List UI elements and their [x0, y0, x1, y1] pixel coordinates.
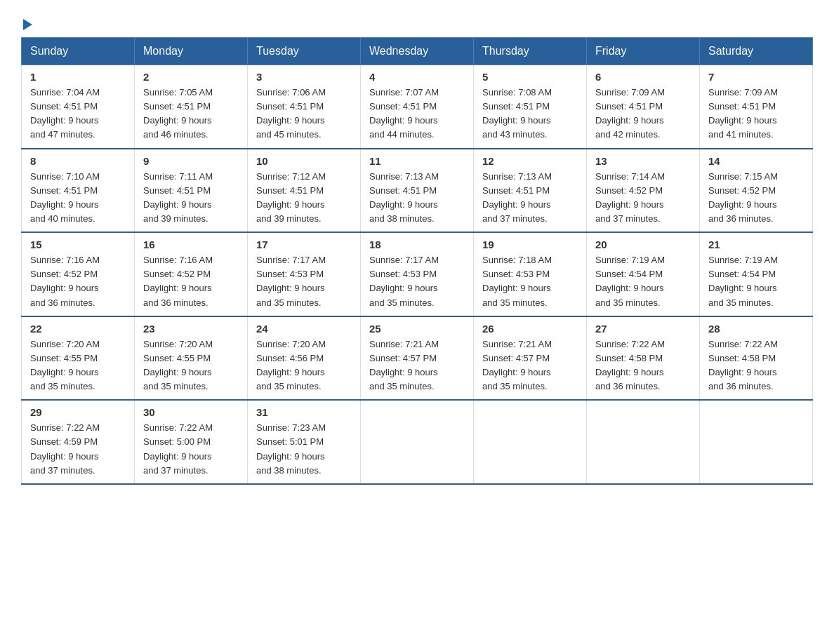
- calendar-day-cell: [474, 400, 587, 484]
- day-info: Sunrise: 7:08 AM Sunset: 4:51 PM Dayligh…: [482, 87, 552, 140]
- calendar-day-cell: 26 Sunrise: 7:21 AM Sunset: 4:57 PM Dayl…: [474, 316, 587, 401]
- day-number: 12: [482, 155, 578, 167]
- calendar-day-cell: 23 Sunrise: 7:20 AM Sunset: 4:55 PM Dayl…: [135, 316, 248, 401]
- day-number: 22: [30, 323, 126, 335]
- calendar-day-cell: 28 Sunrise: 7:22 AM Sunset: 4:58 PM Dayl…: [700, 316, 813, 401]
- calendar-day-cell: [700, 400, 813, 484]
- day-info: Sunrise: 7:20 AM Sunset: 4:55 PM Dayligh…: [143, 339, 213, 391]
- day-number: 3: [256, 71, 352, 83]
- calendar-day-cell: 3 Sunrise: 7:06 AM Sunset: 4:51 PM Dayli…: [248, 65, 361, 149]
- day-number: 23: [143, 323, 239, 335]
- day-info: Sunrise: 7:09 AM Sunset: 4:51 PM Dayligh…: [595, 87, 665, 140]
- calendar-day-cell: 10 Sunrise: 7:12 AM Sunset: 4:51 PM Dayl…: [248, 149, 361, 233]
- day-number: 13: [595, 155, 691, 167]
- calendar-day-cell: 1 Sunrise: 7:04 AM Sunset: 4:51 PM Dayli…: [22, 65, 135, 149]
- day-number: 4: [369, 71, 465, 83]
- day-number: 15: [30, 239, 126, 250]
- day-info: Sunrise: 7:23 AM Sunset: 5:01 PM Dayligh…: [256, 422, 326, 475]
- calendar-week-row: 1 Sunrise: 7:04 AM Sunset: 4:51 PM Dayli…: [22, 65, 813, 149]
- day-number: 20: [595, 239, 691, 250]
- calendar-day-cell: 6 Sunrise: 7:09 AM Sunset: 4:51 PM Dayli…: [587, 65, 700, 149]
- calendar-day-cell: 5 Sunrise: 7:08 AM Sunset: 4:51 PM Dayli…: [474, 65, 587, 149]
- day-info: Sunrise: 7:19 AM Sunset: 4:54 PM Dayligh…: [708, 255, 778, 307]
- calendar-day-cell: 30 Sunrise: 7:22 AM Sunset: 5:00 PM Dayl…: [135, 400, 248, 484]
- day-info: Sunrise: 7:22 AM Sunset: 5:00 PM Dayligh…: [143, 422, 213, 475]
- day-number: 7: [708, 71, 804, 83]
- day-info: Sunrise: 7:22 AM Sunset: 4:58 PM Dayligh…: [595, 339, 665, 391]
- calendar-day-cell: 2 Sunrise: 7:05 AM Sunset: 4:51 PM Dayli…: [135, 65, 248, 149]
- day-info: Sunrise: 7:10 AM Sunset: 4:51 PM Dayligh…: [30, 171, 100, 224]
- calendar-day-cell: 18 Sunrise: 7:17 AM Sunset: 4:53 PM Dayl…: [361, 232, 474, 316]
- day-info: Sunrise: 7:19 AM Sunset: 4:54 PM Dayligh…: [595, 255, 665, 307]
- calendar-day-cell: 17 Sunrise: 7:17 AM Sunset: 4:53 PM Dayl…: [248, 232, 361, 316]
- calendar-day-cell: [361, 400, 474, 484]
- day-info: Sunrise: 7:04 AM Sunset: 4:51 PM Dayligh…: [30, 87, 100, 140]
- calendar-day-cell: 22 Sunrise: 7:20 AM Sunset: 4:55 PM Dayl…: [22, 316, 135, 401]
- day-number: 6: [595, 71, 691, 83]
- calendar-day-cell: 27 Sunrise: 7:22 AM Sunset: 4:58 PM Dayl…: [587, 316, 700, 401]
- day-info: Sunrise: 7:17 AM Sunset: 4:53 PM Dayligh…: [256, 255, 326, 307]
- day-number: 29: [30, 406, 126, 418]
- logo: [21, 18, 32, 30]
- day-number: 18: [369, 239, 465, 250]
- calendar-day-header: Thursday: [474, 38, 587, 65]
- day-info: Sunrise: 7:13 AM Sunset: 4:51 PM Dayligh…: [369, 171, 439, 224]
- day-number: 24: [256, 323, 352, 335]
- calendar-day-cell: 12 Sunrise: 7:13 AM Sunset: 4:51 PM Dayl…: [474, 149, 587, 233]
- day-number: 14: [708, 155, 804, 167]
- day-info: Sunrise: 7:20 AM Sunset: 4:55 PM Dayligh…: [30, 339, 100, 391]
- day-info: Sunrise: 7:06 AM Sunset: 4:51 PM Dayligh…: [256, 87, 326, 140]
- day-info: Sunrise: 7:22 AM Sunset: 4:59 PM Dayligh…: [30, 422, 100, 475]
- calendar-day-cell: 29 Sunrise: 7:22 AM Sunset: 4:59 PM Dayl…: [22, 400, 135, 484]
- calendar-day-cell: 8 Sunrise: 7:10 AM Sunset: 4:51 PM Dayli…: [22, 149, 135, 233]
- calendar-day-cell: 11 Sunrise: 7:13 AM Sunset: 4:51 PM Dayl…: [361, 149, 474, 233]
- calendar-week-row: 15 Sunrise: 7:16 AM Sunset: 4:52 PM Dayl…: [22, 232, 813, 316]
- day-info: Sunrise: 7:18 AM Sunset: 4:53 PM Dayligh…: [482, 255, 552, 307]
- calendar-day-cell: 21 Sunrise: 7:19 AM Sunset: 4:54 PM Dayl…: [700, 232, 813, 316]
- day-info: Sunrise: 7:22 AM Sunset: 4:58 PM Dayligh…: [708, 339, 778, 391]
- day-info: Sunrise: 7:15 AM Sunset: 4:52 PM Dayligh…: [708, 171, 778, 224]
- calendar-day-cell: 14 Sunrise: 7:15 AM Sunset: 4:52 PM Dayl…: [700, 149, 813, 233]
- calendar-day-cell: [587, 400, 700, 484]
- calendar-day-cell: 25 Sunrise: 7:21 AM Sunset: 4:57 PM Dayl…: [361, 316, 474, 401]
- day-info: Sunrise: 7:12 AM Sunset: 4:51 PM Dayligh…: [256, 171, 326, 224]
- calendar-day-cell: 4 Sunrise: 7:07 AM Sunset: 4:51 PM Dayli…: [361, 65, 474, 149]
- day-info: Sunrise: 7:21 AM Sunset: 4:57 PM Dayligh…: [482, 339, 552, 391]
- calendar-day-cell: 7 Sunrise: 7:09 AM Sunset: 4:51 PM Dayli…: [700, 65, 813, 149]
- day-number: 8: [30, 155, 126, 167]
- day-number: 16: [143, 239, 239, 250]
- page-header: [21, 14, 813, 30]
- day-info: Sunrise: 7:09 AM Sunset: 4:51 PM Dayligh…: [708, 87, 778, 140]
- day-number: 11: [369, 155, 465, 167]
- calendar-week-row: 22 Sunrise: 7:20 AM Sunset: 4:55 PM Dayl…: [22, 316, 813, 401]
- day-number: 26: [482, 323, 578, 335]
- day-number: 10: [256, 155, 352, 167]
- day-info: Sunrise: 7:11 AM Sunset: 4:51 PM Dayligh…: [143, 171, 213, 224]
- day-info: Sunrise: 7:21 AM Sunset: 4:57 PM Dayligh…: [369, 339, 439, 391]
- calendar-day-cell: 9 Sunrise: 7:11 AM Sunset: 4:51 PM Dayli…: [135, 149, 248, 233]
- calendar-day-header: Tuesday: [248, 38, 361, 65]
- day-number: 1: [30, 71, 126, 83]
- calendar-day-header: Monday: [135, 38, 248, 65]
- day-info: Sunrise: 7:13 AM Sunset: 4:51 PM Dayligh…: [482, 171, 552, 224]
- calendar-week-row: 29 Sunrise: 7:22 AM Sunset: 4:59 PM Dayl…: [22, 400, 813, 484]
- day-number: 30: [143, 406, 239, 418]
- calendar-day-cell: 16 Sunrise: 7:16 AM Sunset: 4:52 PM Dayl…: [135, 232, 248, 316]
- calendar-week-row: 8 Sunrise: 7:10 AM Sunset: 4:51 PM Dayli…: [22, 149, 813, 233]
- day-info: Sunrise: 7:16 AM Sunset: 4:52 PM Dayligh…: [143, 255, 213, 307]
- calendar-day-cell: 24 Sunrise: 7:20 AM Sunset: 4:56 PM Dayl…: [248, 316, 361, 401]
- calendar-day-cell: 19 Sunrise: 7:18 AM Sunset: 4:53 PM Dayl…: [474, 232, 587, 316]
- calendar-table: SundayMondayTuesdayWednesdayThursdayFrid…: [21, 37, 813, 485]
- day-number: 17: [256, 239, 352, 250]
- day-number: 21: [708, 239, 804, 250]
- calendar-day-cell: 13 Sunrise: 7:14 AM Sunset: 4:52 PM Dayl…: [587, 149, 700, 233]
- day-info: Sunrise: 7:17 AM Sunset: 4:53 PM Dayligh…: [369, 255, 439, 307]
- day-number: 25: [369, 323, 465, 335]
- day-number: 9: [143, 155, 239, 167]
- calendar-day-header: Sunday: [22, 38, 135, 65]
- day-number: 28: [708, 323, 804, 335]
- calendar-day-header: Friday: [587, 38, 700, 65]
- day-info: Sunrise: 7:05 AM Sunset: 4:51 PM Dayligh…: [143, 87, 213, 140]
- day-info: Sunrise: 7:16 AM Sunset: 4:52 PM Dayligh…: [30, 255, 100, 307]
- calendar-day-header: Saturday: [700, 38, 813, 65]
